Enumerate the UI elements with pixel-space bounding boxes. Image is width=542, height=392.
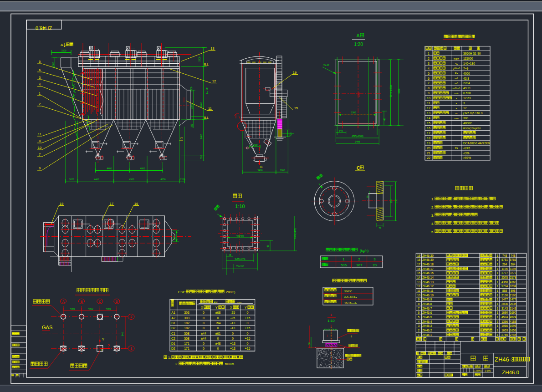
svg-text:GAS: GAS [42, 325, 52, 330]
svg-text:1: 1 [496, 302, 498, 305]
svg-text:2: 2 [130, 315, 132, 319]
svg-text:0: 0 [247, 321, 249, 325]
svg-text:1: 1 [496, 311, 498, 314]
svg-text:ZH46.13: ZH46.13 [422, 280, 434, 284]
svg-text:ZH46.2: ZH46.2 [422, 329, 432, 332]
svg-text:+: + [455, 102, 457, 105]
svg-text:9794: 9794 [501, 285, 508, 288]
svg-text:10-13m /h: 10-13m /h [344, 302, 357, 305]
svg-text:1:100: 1:100 [485, 369, 491, 372]
svg-text:±44: ±44 [201, 332, 206, 335]
svg-text:22: 22 [427, 156, 430, 159]
svg-text:ZH46.7: ZH46.7 [422, 307, 432, 310]
svg-text:A: A [62, 300, 65, 303]
svg-text:s: s [456, 97, 457, 100]
svg-text:6: 6 [428, 77, 430, 80]
svg-text:±48: ±48 [215, 342, 221, 345]
svg-text:888: 888 [502, 289, 507, 292]
svg-text:1: 1 [496, 267, 498, 270]
svg-text:1653: 1653 [501, 329, 508, 332]
svg-text:7: 7 [39, 153, 41, 157]
svg-text:50: 50 [308, 342, 311, 345]
svg-text:2: 2 [39, 102, 41, 106]
svg-text:1.: 1. [431, 197, 434, 201]
svg-text:4985: 4985 [70, 307, 75, 310]
svg-text:4800: 4800 [140, 167, 145, 170]
svg-text:3: 3 [496, 320, 498, 323]
svg-text:±54: ±54 [215, 321, 221, 325]
svg-text:1195: 1195 [510, 267, 516, 270]
svg-text:X: X [108, 344, 110, 347]
svg-text:78: 78 [378, 227, 381, 229]
svg-text:8: 8 [428, 87, 430, 90]
svg-text:2745: 2745 [501, 333, 508, 336]
svg-text:4: 4 [428, 67, 430, 70]
svg-text:540: 540 [121, 332, 124, 336]
svg-text:+15: +15 [245, 347, 251, 350]
svg-text:1: 1 [496, 333, 498, 336]
svg-text:45: 45 [383, 118, 386, 121]
svg-text:10: 10 [417, 294, 421, 297]
svg-text:720: 720 [289, 132, 292, 137]
svg-text:1486: 1486 [355, 140, 360, 143]
svg-text:1: 1 [496, 294, 498, 297]
svg-text:4500: 4500 [129, 178, 134, 181]
svg-text:0: 0 [247, 311, 249, 314]
svg-text:Pa: Pa [455, 147, 459, 149]
svg-text:mm: mm [454, 117, 459, 120]
svg-text:0: 0 [101, 348, 102, 351]
svg-text:16: 16 [427, 127, 430, 130]
svg-text:D: D [116, 300, 118, 303]
svg-text:f=0.05.: f=0.05. [225, 362, 235, 366]
svg-text:182: 182 [184, 321, 189, 325]
svg-text:+13: +13 [230, 342, 235, 345]
svg-text:B.L: B.L [204, 63, 209, 66]
svg-text:1500: 1500 [61, 49, 66, 52]
svg-text:1400: 1400 [252, 143, 257, 146]
svg-text:17: 17 [417, 263, 421, 266]
svg-text:1653: 1653 [510, 329, 516, 332]
svg-text:1: 1 [327, 334, 328, 337]
svg-text:ZH46.11: ZH46.11 [422, 289, 434, 292]
svg-text:545: 545 [339, 129, 343, 132]
svg-text:4368: 4368 [510, 280, 516, 284]
svg-text:219: 219 [390, 199, 393, 203]
svg-text:3777: 3777 [501, 271, 508, 275]
svg-text:558: 558 [184, 332, 189, 335]
svg-text:13: 13 [427, 112, 430, 115]
svg-text:115000: 115000 [463, 57, 473, 60]
svg-text:11: 11 [417, 289, 420, 292]
svg-text:1:20: 1:20 [354, 42, 363, 47]
svg-text:748: 748 [511, 254, 516, 257]
svg-text:1477: 1477 [510, 298, 516, 301]
svg-text:13: 13 [210, 46, 214, 51]
svg-text:0: 0 [247, 342, 249, 345]
svg-text:3300: 3300 [191, 104, 193, 109]
svg-text:1690: 1690 [501, 311, 508, 314]
svg-text:2: 2 [418, 329, 419, 332]
svg-text:ZH46.9: ZH46.9 [422, 298, 432, 301]
svg-text:B: B [261, 165, 263, 168]
svg-text:2: 2 [358, 257, 361, 261]
svg-text:1: 1 [496, 254, 498, 257]
svg-text:2.: 2. [175, 362, 178, 366]
svg-text:+15: +15 [245, 326, 251, 330]
svg-text:19: 19 [293, 71, 297, 75]
svg-text:4: 4 [39, 82, 41, 87]
svg-text:-13: -13 [230, 321, 235, 325]
svg-text:7~9: 7~9 [463, 67, 469, 70]
svg-text:9794: 9794 [510, 285, 516, 288]
svg-text:°C: °C [455, 62, 458, 65]
svg-text:4985: 4985 [106, 307, 111, 310]
svg-text:6-8x10 Pa: 6-8x10 Pa [344, 296, 357, 299]
svg-text:536: 536 [341, 263, 347, 267]
svg-text:3070: 3070 [69, 178, 74, 181]
svg-text:16: 16 [134, 202, 138, 206]
svg-text:1.: 1. [168, 356, 171, 360]
svg-text:1396: 1396 [501, 320, 508, 323]
svg-text:1160: 1160 [395, 199, 398, 204]
svg-text:748: 748 [502, 254, 507, 257]
svg-text:1: 1 [496, 307, 498, 310]
svg-text:B.L: B.L [204, 116, 209, 119]
svg-text:0.698: 0.698 [463, 92, 471, 95]
